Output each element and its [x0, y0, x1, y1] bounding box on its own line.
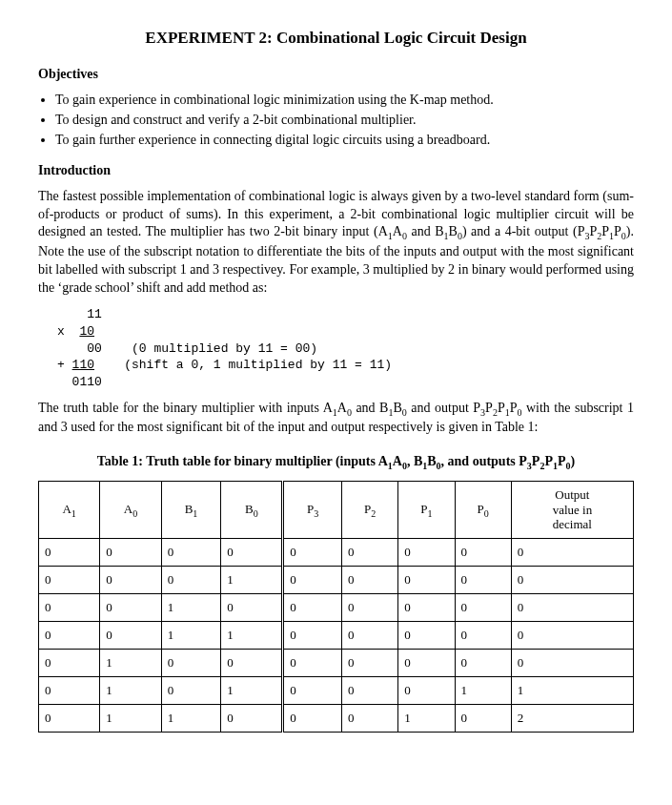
text: , and outputs P — [441, 454, 527, 468]
table-cell: 1 — [161, 593, 221, 621]
text: P — [614, 224, 621, 238]
table-cell: 0 — [341, 676, 397, 704]
table-cell: 1 — [221, 566, 283, 593]
text: P — [558, 454, 566, 468]
col-A0: A0 — [100, 482, 161, 539]
calc-underline: 110 — [72, 358, 94, 372]
table-cell: 0 — [511, 593, 633, 621]
text: A — [393, 224, 402, 238]
table-cell: 0 — [341, 566, 397, 593]
list-item: To gain experience in combinational logi… — [55, 92, 634, 110]
calc-line: + — [57, 358, 72, 372]
table-cell: 1 — [511, 676, 633, 704]
table-row: 010000000 — [39, 649, 634, 676]
table-cell: 0 — [398, 593, 455, 621]
table-row: 010100011 — [39, 676, 634, 704]
table-cell: 0 — [511, 566, 633, 593]
text: B — [393, 401, 401, 415]
table-cell: 0 — [221, 593, 283, 621]
table-body: 0000000000001000000010000000011000000100… — [39, 538, 634, 732]
text: P — [544, 454, 553, 468]
table-cell: 0 — [39, 538, 100, 566]
objectives-heading: Objectives — [38, 67, 634, 82]
table-cell: 0 — [511, 621, 633, 649]
table-cell: 0 — [398, 566, 455, 593]
table-row: 011000102 — [39, 704, 634, 732]
table-cell: 1 — [100, 704, 161, 732]
table-cell: 0 — [341, 593, 397, 621]
table-cell: 1 — [161, 621, 221, 649]
table-cell: 1 — [100, 649, 161, 676]
table-cell: 1 — [398, 704, 455, 732]
text: The truth table for the binary multiplie… — [38, 401, 333, 415]
table-cell: 0 — [455, 593, 511, 621]
table-cell: 0 — [283, 538, 342, 566]
table-cell: 1 — [221, 621, 283, 649]
table-cell: 0 — [341, 649, 397, 676]
table-cell: 0 — [221, 704, 283, 732]
intro-paragraph-2: The truth table for the binary multiplie… — [38, 400, 634, 437]
table-cell: 0 — [398, 649, 455, 676]
table-cell: 0 — [100, 593, 161, 621]
table-cell: 0 — [283, 593, 342, 621]
table-cell: 0 — [39, 566, 100, 593]
text: ) — [571, 454, 576, 468]
table-cell: 0 — [455, 704, 511, 732]
calc-line: (shift a 0, 1 multiplied by 11 = 11) — [94, 358, 392, 372]
intro-paragraph-1: The fastest possible implementation of c… — [38, 188, 634, 298]
list-item: To design and construct and verify a 2-b… — [55, 112, 634, 130]
table-row: 001100000 — [39, 621, 634, 649]
table-cell: 0 — [455, 621, 511, 649]
text: A — [393, 454, 402, 468]
table-cell: 1 — [221, 676, 283, 704]
table-cell: 0 — [511, 538, 633, 566]
table-cell: 1 — [161, 704, 221, 732]
table-cell: 0 — [398, 621, 455, 649]
table-cell: 0 — [283, 704, 342, 732]
table-cell: 0 — [161, 566, 221, 593]
text: ) and a 4-bit output (P — [462, 224, 585, 238]
table-cell: 0 — [283, 676, 342, 704]
table-row: 000100000 — [39, 566, 634, 593]
col-output-decimal: Output value in decimal — [511, 482, 633, 539]
table-cell: 0 — [511, 649, 633, 676]
col-P3: P3 — [283, 482, 342, 539]
text: B — [427, 454, 436, 468]
table-cell: 0 — [100, 621, 161, 649]
text: A — [337, 401, 347, 415]
table-caption: Table 1: Truth table for binary multipli… — [38, 454, 634, 471]
calc-line: 11 — [57, 307, 102, 321]
table-cell: 0 — [221, 649, 283, 676]
table-cell: 0 — [398, 538, 455, 566]
table-cell: 0 — [341, 704, 397, 732]
table-row: 000000000 — [39, 538, 634, 566]
table-cell: 0 — [283, 621, 342, 649]
table-cell: 0 — [100, 538, 161, 566]
table-cell: 0 — [455, 566, 511, 593]
text: and B — [407, 224, 444, 238]
table-row: 001000000 — [39, 593, 634, 621]
table-cell: 0 — [341, 621, 397, 649]
table-cell: 0 — [39, 649, 100, 676]
col-B0: B0 — [221, 482, 283, 539]
col-A1: A1 — [39, 482, 100, 539]
text: and B — [352, 401, 389, 415]
table-cell: 0 — [161, 676, 221, 704]
text: , B — [407, 454, 422, 468]
table-cell: 0 — [161, 649, 221, 676]
col-P1: P1 — [398, 482, 455, 539]
text: B — [449, 224, 458, 238]
introduction-heading: Introduction — [38, 163, 634, 178]
col-P2: P2 — [341, 482, 397, 539]
multiplication-example: 11 x 10 00 (0 multiplied by 11 = 00) + 1… — [57, 306, 634, 390]
text: and output P — [407, 401, 480, 415]
calc-line: x — [57, 324, 79, 339]
table-cell: 1 — [100, 676, 161, 704]
text: P — [498, 401, 505, 415]
table-cell: 0 — [341, 538, 397, 566]
list-item: To gain further experience in connecting… — [55, 132, 634, 150]
text: P — [485, 401, 493, 415]
table-cell: 0 — [455, 538, 511, 566]
calc-underline: 10 — [79, 324, 94, 339]
table-header-row: A1 A0 B1 B0 P3 P2 P1 P0 Output value in … — [39, 482, 634, 539]
